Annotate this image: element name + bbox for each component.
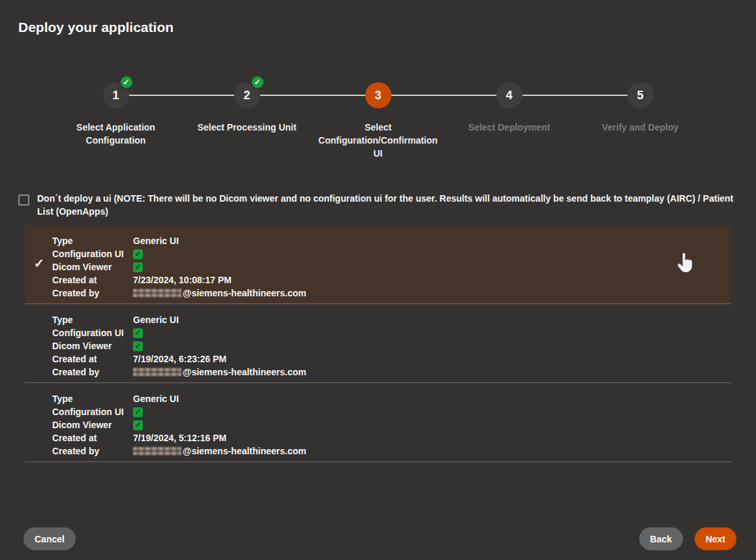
field-value-created-at: 7/19/2024, 6:23:26 PM — [133, 354, 226, 364]
back-button[interactable]: Back — [639, 527, 683, 550]
ui-configuration-list: ✓ Type Generic UI Configuration UI ✓ Dic… — [25, 225, 731, 462]
dicom-viewer-checked-icon: ✓ — [133, 420, 143, 430]
field-value-created-at: 7/19/2024, 5:12:16 PM — [133, 433, 226, 443]
field-label-dicom-viewer: Dicom Viewer — [52, 420, 133, 430]
step-5-label: Verify and Deploy — [602, 121, 678, 134]
field-label-created-at: Created at — [52, 354, 133, 364]
step-1-label: Select Application Configuration — [55, 121, 177, 147]
page-title: Deploy your application — [18, 20, 174, 35]
step-2-completed-check-icon: ✓ — [250, 75, 265, 89]
ui-config-row-1[interactable]: ✓ Type Generic UI Configuration UI ✓ Dic… — [25, 225, 731, 304]
step-2-select-processing-unit[interactable]: 2 ✓ Select Processing Unit — [181, 82, 312, 160]
step-4-number: 4 — [496, 82, 522, 108]
field-label-configuration-ui: Configuration UI — [52, 249, 133, 259]
field-value-type: Generic UI — [133, 236, 179, 246]
field-value-created-by: @siemens-healthineers.com — [133, 446, 307, 456]
step-2-label: Select Processing Unit — [198, 121, 297, 134]
step-3-label: Select Configuration/Confirmation UI — [318, 121, 439, 160]
configuration-ui-checked-icon: ✓ — [133, 249, 143, 259]
step-2-circle[interactable]: 2 ✓ — [234, 82, 260, 108]
configuration-ui-checked-icon: ✓ — [133, 328, 143, 338]
step-4-select-deployment: 4 Select Deployment — [444, 82, 575, 160]
next-button[interactable]: Next — [695, 527, 736, 550]
wizard-stepper: 1 ✓ Select Application Configuration 2 ✓… — [50, 82, 706, 167]
field-label-configuration-ui: Configuration UI — [52, 328, 133, 338]
field-value-type: Generic UI — [133, 394, 179, 404]
dont-deploy-ui-checkbox[interactable] — [18, 194, 29, 206]
field-label-type: Type — [52, 394, 133, 404]
field-label-created-by: Created by — [52, 288, 133, 298]
field-value-created-by: @siemens-healthineers.com — [133, 367, 307, 377]
redacted-username — [133, 368, 181, 376]
step-1-completed-check-icon: ✓ — [119, 75, 134, 89]
field-label-created-by: Created by — [52, 367, 133, 377]
field-label-configuration-ui: Configuration UI — [52, 407, 133, 417]
step-3-circle[interactable]: 3 — [365, 82, 391, 108]
field-label-created-by: Created by — [52, 446, 133, 456]
dont-deploy-ui-option: Don´t deploy a ui (NOTE: There will be n… — [18, 192, 741, 218]
field-label-type: Type — [52, 236, 133, 246]
configuration-ui-checked-icon: ✓ — [133, 407, 143, 417]
step-5-number: 5 — [627, 82, 654, 108]
cancel-button[interactable]: Cancel — [23, 527, 76, 550]
dont-deploy-ui-label: Don´t deploy a ui (NOTE: There will be n… — [37, 192, 741, 218]
step-5-circle: 5 — [627, 82, 654, 108]
step-1-circle[interactable]: 1 ✓ — [103, 82, 129, 108]
field-value-type: Generic UI — [133, 315, 179, 325]
field-value-created-by: @siemens-healthineers.com — [133, 288, 307, 298]
field-label-dicom-viewer: Dicom Viewer — [52, 341, 133, 351]
field-label-type: Type — [52, 315, 133, 325]
step-1-select-application-configuration[interactable]: 1 ✓ Select Application Configuration — [50, 82, 181, 160]
step-4-circle: 4 — [496, 82, 522, 108]
deploy-wizard-page: { "page": { "title": "Deploy your applic… — [0, 0, 756, 560]
field-label-created-at: Created at — [52, 433, 133, 443]
selected-row-check-icon: ✓ — [34, 256, 44, 271]
step-3-number: 3 — [365, 82, 391, 108]
step-4-label: Select Deployment — [468, 121, 550, 134]
step-3-select-configuration-confirmation-ui[interactable]: 3 Select Configuration/Confirmation UI — [312, 82, 444, 160]
dicom-viewer-checked-icon: ✓ — [133, 262, 143, 272]
dicom-viewer-checked-icon: ✓ — [133, 341, 143, 351]
ui-config-row-2[interactable]: Type Generic UI Configuration UI ✓ Dicom… — [25, 304, 731, 383]
redacted-username — [133, 447, 181, 455]
field-value-created-at: 7/23/2024, 10:08:17 PM — [133, 275, 232, 285]
step-5-verify-and-deploy: 5 Verify and Deploy — [575, 82, 706, 160]
redacted-username — [133, 289, 181, 297]
field-label-created-at: Created at — [52, 275, 133, 285]
field-label-dicom-viewer: Dicom Viewer — [52, 262, 133, 272]
ui-config-row-3[interactable]: Type Generic UI Configuration UI ✓ Dicom… — [25, 383, 731, 462]
